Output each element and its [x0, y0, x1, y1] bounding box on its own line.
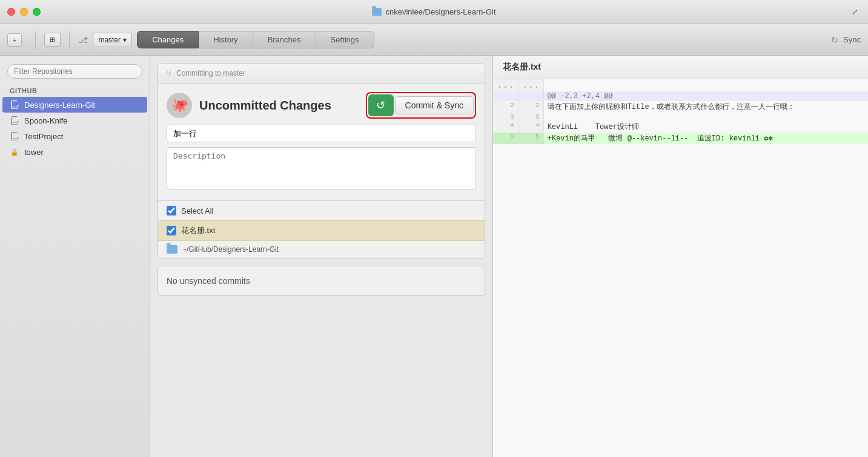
- repo-icon: [10, 100, 19, 110]
- sidebar-item-tower[interactable]: 🔒 tower: [0, 144, 150, 160]
- github-section-label: GITHUB: [0, 85, 150, 97]
- chevron-down-icon: ▾: [123, 36, 127, 44]
- layout-icon: ⊞: [50, 36, 55, 44]
- maximize-button[interactable]: [33, 8, 41, 16]
- sidebar: GITHUB Designers-Learn-Git Spoon-Knife T…: [0, 56, 150, 457]
- sync-icon-button[interactable]: ↺: [368, 94, 394, 116]
- uncommitted-label: Uncommitted Changes: [199, 99, 359, 113]
- sync-circle-icon: ↺: [376, 99, 385, 112]
- commit-title-row: 🐙 Uncommitted Changes ↺ Commit & Sync: [167, 92, 476, 119]
- diff-filename: 花名册.txt: [493, 56, 868, 79]
- toolbar-left: +: [7, 33, 22, 47]
- path-row: ~/GitHub/Designers-Learn-Git: [158, 241, 485, 258]
- traffic-lights: [7, 8, 41, 16]
- filter-repositories-input[interactable]: [7, 64, 142, 79]
- toolbar: + ⊞ ⎇ master ▾ Changes History Branches …: [0, 24, 868, 56]
- toolbar-divider: [35, 31, 36, 48]
- file-row[interactable]: 花名册.txt: [158, 220, 485, 241]
- tab-branches[interactable]: Branches: [253, 31, 316, 48]
- commit-panel-header: ⑂ Committing to master: [158, 64, 485, 84]
- layout-button[interactable]: ⊞: [44, 33, 61, 47]
- select-all-checkbox[interactable]: [167, 206, 176, 215]
- center-pane: ⑂ Committing to master 🐙 Uncommitted Cha…: [150, 56, 492, 457]
- toolbar-divider-2: [69, 31, 70, 48]
- commit-body: 🐙 Uncommitted Changes ↺ Commit & Sync: [158, 84, 485, 200]
- tab-history[interactable]: History: [199, 31, 253, 48]
- git-icon: ⑂: [167, 68, 171, 78]
- path-folder-icon: [167, 245, 177, 254]
- resize-icon: ⤢: [852, 7, 858, 16]
- titlebar: cnkevinlee/Designers-Learn-Git ⤢: [0, 0, 868, 24]
- select-all-row: Select All: [158, 200, 485, 220]
- commit-sync-button[interactable]: Commit & Sync: [395, 96, 474, 114]
- add-button[interactable]: +: [7, 33, 22, 47]
- branch-icon: ⎇: [78, 35, 88, 45]
- commit-panel: ⑂ Committing to master 🐙 Uncommitted Cha…: [157, 63, 485, 258]
- sync-label: Sync: [843, 35, 861, 44]
- branch-selector[interactable]: master ▾: [93, 33, 132, 47]
- no-unsynced-panel: No unsynced commits: [157, 266, 485, 296]
- main-content: GITHUB Designers-Learn-Git Spoon-Knife T…: [0, 56, 868, 457]
- repo-icon-2: [10, 116, 19, 125]
- file-checkbox[interactable]: [167, 226, 176, 235]
- nav-tabs: Changes History Branches Settings: [137, 31, 374, 48]
- folder-icon: [372, 8, 382, 16]
- octocat-icon: 🐙: [167, 93, 192, 118]
- diff-table: ......@@ -2,3 +2,4 @@22请在下面加上你的昵称和Title，…: [493, 79, 868, 144]
- minimize-button[interactable]: [20, 8, 28, 16]
- diff-content: ......@@ -2,3 +2,4 @@22请在下面加上你的昵称和Title，…: [493, 79, 868, 457]
- sidebar-item-test-project[interactable]: TestProject: [0, 128, 150, 144]
- commit-message-input[interactable]: [167, 125, 476, 142]
- sync-icon: ↻: [831, 35, 838, 45]
- diff-pane: 花名册.txt ......@@ -2,3 +2,4 @@22请在下面加上你的昵…: [492, 56, 868, 457]
- sidebar-item-designers-learn-git[interactable]: Designers-Learn-Git: [2, 97, 147, 113]
- lock-icon: 🔒: [10, 147, 19, 157]
- tab-settings[interactable]: Settings: [316, 31, 374, 48]
- tab-changes[interactable]: Changes: [137, 31, 199, 48]
- sidebar-item-spoon-knife[interactable]: Spoon-Knife: [0, 113, 150, 128]
- repo-icon-3: [10, 131, 19, 141]
- commit-description-textarea[interactable]: [167, 147, 476, 189]
- titlebar-right: ⤢: [852, 7, 858, 16]
- close-button[interactable]: [7, 8, 15, 16]
- window-title: cnkevinlee/Designers-Learn-Git: [372, 7, 495, 16]
- commit-sync-group: ↺ Commit & Sync: [366, 92, 476, 119]
- filter-container: [0, 61, 150, 85]
